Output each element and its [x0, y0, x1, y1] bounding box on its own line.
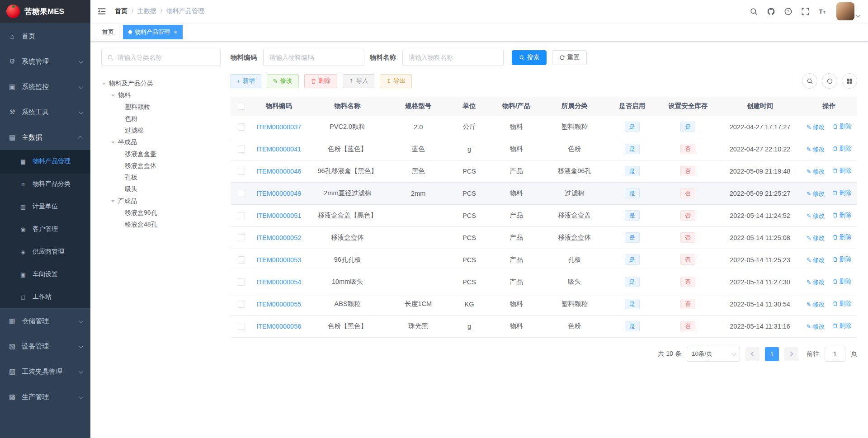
- row-delete-link[interactable]: 删除: [832, 189, 852, 197]
- table-row[interactable]: ITEM00000049 2mm直径过滤棉 2mm PCS 物料 过滤棉 是 否…: [231, 182, 857, 204]
- sidebar-item-supplier-mgmt[interactable]: ◈ 供应商管理: [0, 240, 90, 263]
- item-code-link[interactable]: ITEM00000055: [256, 301, 301, 308]
- sidebar-item-material-product-category[interactable]: ≡ 物料产品分类: [0, 173, 90, 195]
- row-edit-link[interactable]: ✎修改: [807, 256, 825, 264]
- user-menu[interactable]: [836, 2, 860, 20]
- sidebar-item-material-product-mgmt[interactable]: ▦ 物料产品管理: [0, 150, 90, 173]
- sidebar-item-production-mgmt[interactable]: ▩ 生产管理: [0, 384, 90, 410]
- item-code-link[interactable]: ITEM00000037: [256, 123, 301, 131]
- delete-button[interactable]: 删除: [304, 74, 337, 88]
- help-icon[interactable]: ?: [783, 6, 793, 16]
- row-checkbox[interactable]: [238, 212, 245, 219]
- row-delete-link[interactable]: 删除: [832, 278, 852, 286]
- font-size-icon[interactable]: TT: [817, 6, 827, 16]
- sidebar-item-system-monitor[interactable]: ▣ 系统监控: [0, 74, 90, 99]
- item-code-link[interactable]: ITEM00000041: [256, 146, 301, 153]
- sidebar-item-equipment-mgmt[interactable]: ▧ 设备管理: [0, 334, 90, 359]
- table-row[interactable]: ITEM00000054 10mm吸头 PCS 产品 吸头 是 否 2022-0…: [231, 271, 857, 293]
- sidebar-item-system-tools[interactable]: ⚒ 系统工具: [0, 99, 90, 125]
- tree-node-group[interactable]: 物料: [101, 89, 221, 101]
- item-code-link[interactable]: ITEM00000049: [256, 190, 301, 197]
- tree-node-leaf[interactable]: 移液盒盒体: [101, 160, 221, 172]
- tree-node-leaf[interactable]: 移液盒48孔: [101, 219, 221, 231]
- row-checkbox[interactable]: [238, 301, 245, 308]
- row-edit-link[interactable]: ✎修改: [807, 301, 825, 309]
- row-delete-link[interactable]: 删除: [832, 300, 852, 308]
- row-checkbox[interactable]: [238, 323, 245, 330]
- tree-node-leaf[interactable]: 塑料颗粒: [101, 101, 221, 113]
- table-row[interactable]: ITEM00000046 96孔移液盒【黑色】 黑色 PCS 产品 移液盒96孔…: [231, 160, 857, 182]
- item-code-link[interactable]: ITEM00000053: [256, 256, 301, 264]
- row-edit-link[interactable]: ✎修改: [807, 190, 825, 198]
- sidebar-item-system-mgmt[interactable]: ⚙ 系统管理: [0, 49, 90, 74]
- sidebar-item-fixture-mgmt[interactable]: ▨ 工装夹具管理: [0, 359, 90, 384]
- breadcrumb-home[interactable]: 首页: [115, 7, 127, 15]
- import-button[interactable]: ↥导入: [343, 74, 375, 88]
- github-icon[interactable]: [766, 6, 776, 16]
- sidebar-item-workshop-settings[interactable]: ▣ 车间设置: [0, 263, 90, 286]
- tree-node-leaf[interactable]: 过滤棉: [101, 125, 221, 137]
- edit-button[interactable]: ✎修改: [267, 74, 299, 88]
- item-code-link[interactable]: ITEM00000054: [256, 278, 301, 286]
- row-delete-link[interactable]: 删除: [832, 322, 852, 330]
- goto-page-input[interactable]: [825, 347, 845, 362]
- row-edit-link[interactable]: ✎修改: [807, 168, 825, 176]
- tab-material-product-mgmt[interactable]: 物料产品管理 ×: [123, 25, 183, 39]
- item-code-link[interactable]: ITEM00000052: [256, 234, 301, 241]
- row-checkbox[interactable]: [238, 123, 245, 131]
- reset-button[interactable]: 重置: [552, 50, 587, 65]
- table-row[interactable]: ITEM00000053 96孔孔板 PCS 产品 孔板 是 否 2022-05…: [231, 249, 857, 271]
- item-code-link[interactable]: ITEM00000056: [256, 323, 301, 330]
- columns-toggle[interactable]: [842, 73, 857, 89]
- table-row[interactable]: ITEM00000041 色粉【蓝色】 蓝色 g 物料 色粉 是 否 2022-…: [231, 138, 857, 160]
- sidebar-item-home[interactable]: ⌂ 首页: [0, 24, 90, 49]
- row-edit-link[interactable]: ✎修改: [807, 146, 825, 154]
- sidebar-item-workstation[interactable]: ◻ 工作站: [0, 286, 90, 308]
- add-button[interactable]: +新增: [231, 74, 261, 88]
- table-row[interactable]: ITEM00000056 色粉【黑色】 珠光黑 g 物料 色粉 是 否 2022…: [231, 315, 857, 337]
- row-edit-link[interactable]: ✎修改: [807, 212, 825, 220]
- row-delete-link[interactable]: 删除: [832, 145, 852, 153]
- refresh-button[interactable]: [822, 73, 837, 89]
- search-button[interactable]: 搜索: [512, 50, 547, 65]
- sidebar-item-measure-unit[interactable]: ▥ 计量单位: [0, 195, 90, 218]
- next-page-button[interactable]: [784, 347, 798, 361]
- sidebar-toggle[interactable]: [90, 0, 113, 23]
- tree-node-leaf[interactable]: 移液盒盒盖: [101, 148, 221, 160]
- tree-node-group[interactable]: 半成品: [101, 137, 221, 148]
- prev-page-button[interactable]: [745, 347, 760, 361]
- tree-search-input[interactable]: [118, 54, 215, 61]
- row-delete-link[interactable]: 删除: [832, 122, 852, 131]
- tree-node-leaf[interactable]: 吸头: [101, 184, 221, 195]
- table-row[interactable]: ITEM00000052 移液盒盒体 PCS 产品 移液盒盒体 是 否 2022…: [231, 226, 857, 249]
- row-delete-link[interactable]: 删除: [832, 233, 852, 241]
- sidebar-item-warehouse-mgmt[interactable]: ▦ 仓储管理: [0, 308, 90, 334]
- table-row[interactable]: ITEM00000051 移液盒盒盖【黑色】 PCS 产品 移液盒盒盖 是 否 …: [231, 204, 857, 226]
- select-all-checkbox[interactable]: [238, 103, 245, 110]
- tree-node-group[interactable]: 产成品: [101, 195, 221, 207]
- fullscreen-icon[interactable]: [800, 6, 810, 16]
- tab-home[interactable]: 首页: [97, 25, 119, 39]
- row-checkbox[interactable]: [238, 168, 245, 175]
- sidebar-item-master-data[interactable]: ▤ 主数据: [0, 125, 90, 150]
- export-button[interactable]: ↧导出: [380, 74, 412, 88]
- row-edit-link[interactable]: ✎修改: [807, 123, 825, 132]
- filter-name-input[interactable]: [402, 49, 504, 66]
- table-row[interactable]: ITEM00000037 PVC2.0颗粒 2.0 公斤 物料 塑料颗粒 是 是…: [231, 116, 857, 138]
- item-code-link[interactable]: ITEM00000046: [256, 168, 301, 175]
- app-logo[interactable]: 苦糖果MES: [0, 0, 90, 23]
- row-checkbox[interactable]: [238, 234, 245, 241]
- page-size-select[interactable]: 10条/页: [687, 347, 740, 362]
- row-checkbox[interactable]: [238, 256, 245, 264]
- search-icon[interactable]: [749, 6, 759, 16]
- row-checkbox[interactable]: [238, 190, 245, 197]
- filter-code-input[interactable]: [263, 49, 364, 66]
- row-edit-link[interactable]: ✎修改: [807, 323, 825, 331]
- row-delete-link[interactable]: 删除: [832, 255, 852, 264]
- tree-node-root[interactable]: 物料及产品分类: [101, 78, 221, 89]
- page-number-1[interactable]: 1: [765, 347, 779, 361]
- row-checkbox[interactable]: [238, 278, 245, 286]
- row-delete-link[interactable]: 删除: [832, 211, 852, 219]
- row-edit-link[interactable]: ✎修改: [807, 278, 825, 287]
- table-row[interactable]: ITEM00000055 ABS颗粒 长度1CM KG 物料 塑料颗粒 是 否 …: [231, 293, 857, 315]
